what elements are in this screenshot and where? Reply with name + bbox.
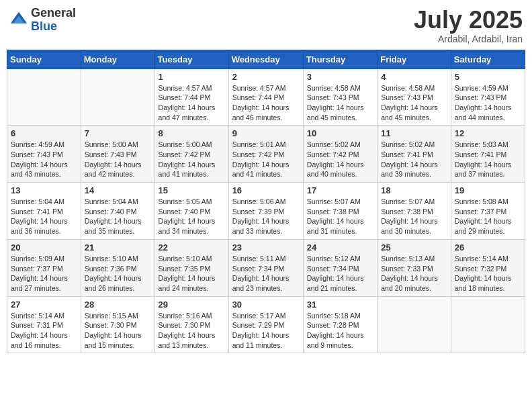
daylight-text: Daylight: 14 hours and 24 minutes. <box>159 274 216 292</box>
table-row: 7 Sunrise: 5:00 AM Sunset: 7:43 PM Dayli… <box>81 126 154 183</box>
sunrise-text: Sunrise: 5:17 AM <box>232 312 286 320</box>
sunset-text: Sunset: 7:39 PM <box>232 208 285 216</box>
day-number: 29 <box>159 300 225 310</box>
sunrise-text: Sunrise: 5:11 AM <box>232 255 286 263</box>
col-sunday: Sunday <box>7 50 81 68</box>
table-row: 13 Sunrise: 5:04 AM Sunset: 7:41 PM Dayl… <box>7 183 81 240</box>
day-number: 13 <box>11 185 77 195</box>
day-number: 26 <box>455 242 521 253</box>
day-info: Sunrise: 5:14 AM Sunset: 7:31 PM Dayligh… <box>11 311 77 351</box>
sunset-text: Sunset: 7:43 PM <box>381 93 433 101</box>
day-number: 16 <box>232 185 300 195</box>
sunset-text: Sunset: 7:38 PM <box>307 208 359 216</box>
sunset-text: Sunset: 7:35 PM <box>159 265 211 273</box>
table-row: 24 Sunrise: 5:12 AM Sunset: 7:34 PM Dayl… <box>303 239 377 296</box>
col-monday: Monday <box>81 50 154 68</box>
sunrise-text: Sunrise: 5:18 AM <box>307 312 361 320</box>
day-info: Sunrise: 5:01 AM Sunset: 7:42 PM Dayligh… <box>232 140 300 179</box>
day-number: 22 <box>159 242 225 253</box>
table-row: 15 Sunrise: 5:05 AM Sunset: 7:40 PM Dayl… <box>154 183 228 240</box>
sunrise-text: Sunrise: 5:03 AM <box>455 140 508 148</box>
day-info: Sunrise: 5:10 AM Sunset: 7:36 PM Dayligh… <box>85 254 151 293</box>
day-info: Sunrise: 5:09 AM Sunset: 7:37 PM Dayligh… <box>11 254 77 293</box>
title-area: July 2025 Ardabil, Ardabil, Iran <box>414 7 523 44</box>
sunset-text: Sunset: 7:30 PM <box>159 321 211 329</box>
day-info: Sunrise: 4:58 AM Sunset: 7:43 PM Dayligh… <box>381 83 447 123</box>
sunrise-text: Sunrise: 5:13 AM <box>381 255 435 263</box>
sunrise-text: Sunrise: 5:07 AM <box>381 197 435 205</box>
sunrise-text: Sunrise: 5:01 AM <box>232 140 286 148</box>
page-header: General Blue July 2025 Ardabil, Ardabil,… <box>7 7 525 44</box>
table-row: 26 Sunrise: 5:14 AM Sunset: 7:32 PM Dayl… <box>451 239 525 296</box>
day-number: 3 <box>307 72 373 82</box>
day-number: 30 <box>232 300 300 310</box>
day-number: 9 <box>232 128 300 138</box>
logo-text: General Blue <box>31 7 76 34</box>
calendar-week-row: 20 Sunrise: 5:09 AM Sunset: 7:37 PM Dayl… <box>7 239 525 296</box>
day-info: Sunrise: 4:57 AM Sunset: 7:44 PM Dayligh… <box>159 83 225 123</box>
sunrise-text: Sunrise: 4:58 AM <box>307 84 361 92</box>
table-row: 18 Sunrise: 5:07 AM Sunset: 7:38 PM Dayl… <box>378 183 451 240</box>
table-row: 6 Sunrise: 4:59 AM Sunset: 7:43 PM Dayli… <box>7 126 81 183</box>
sunrise-text: Sunrise: 5:08 AM <box>455 197 508 205</box>
sunset-text: Sunset: 7:43 PM <box>11 150 63 158</box>
table-row: 31 Sunrise: 5:18 AM Sunset: 7:28 PM Dayl… <box>303 296 377 353</box>
sunset-text: Sunset: 7:28 PM <box>307 321 359 329</box>
location-subtitle: Ardabil, Ardabil, Iran <box>414 34 523 44</box>
sunrise-text: Sunrise: 5:04 AM <box>11 197 64 205</box>
day-number: 7 <box>85 128 151 138</box>
col-wednesday: Wednesday <box>228 50 303 68</box>
daylight-text: Daylight: 14 hours and 44 minutes. <box>455 103 512 122</box>
sunset-text: Sunset: 7:40 PM <box>85 208 137 216</box>
sunrise-text: Sunrise: 5:02 AM <box>307 140 361 148</box>
logo-icon <box>9 11 28 30</box>
sunrise-text: Sunrise: 5:09 AM <box>11 255 64 263</box>
sunset-text: Sunset: 7:42 PM <box>232 150 285 158</box>
table-row: 25 Sunrise: 5:13 AM Sunset: 7:33 PM Dayl… <box>378 239 451 296</box>
sunset-text: Sunset: 7:37 PM <box>455 208 507 216</box>
calendar-week-row: 6 Sunrise: 4:59 AM Sunset: 7:43 PM Dayli… <box>7 126 525 183</box>
day-number: 23 <box>232 242 300 253</box>
day-number: 5 <box>455 72 521 82</box>
sunset-text: Sunset: 7:38 PM <box>381 208 433 216</box>
daylight-text: Daylight: 14 hours and 40 minutes. <box>307 161 364 179</box>
calendar-week-row: 1 Sunrise: 4:57 AM Sunset: 7:44 PM Dayli… <box>7 68 525 126</box>
table-row <box>378 296 451 353</box>
sunset-text: Sunset: 7:40 PM <box>159 208 211 216</box>
daylight-text: Daylight: 14 hours and 36 minutes. <box>11 217 68 235</box>
day-info: Sunrise: 5:14 AM Sunset: 7:32 PM Dayligh… <box>455 254 521 293</box>
day-info: Sunrise: 4:59 AM Sunset: 7:43 PM Dayligh… <box>11 140 77 179</box>
table-row: 20 Sunrise: 5:09 AM Sunset: 7:37 PM Dayl… <box>7 239 81 296</box>
daylight-text: Daylight: 14 hours and 41 minutes. <box>159 161 216 179</box>
day-number: 20 <box>11 242 77 253</box>
sunrise-text: Sunrise: 4:59 AM <box>455 84 508 92</box>
sunrise-text: Sunrise: 5:07 AM <box>307 197 361 205</box>
sunrise-text: Sunrise: 5:05 AM <box>159 197 212 205</box>
day-info: Sunrise: 4:57 AM Sunset: 7:44 PM Dayligh… <box>232 83 300 123</box>
day-info: Sunrise: 5:11 AM Sunset: 7:34 PM Dayligh… <box>232 254 300 293</box>
table-row: 28 Sunrise: 5:15 AM Sunset: 7:30 PM Dayl… <box>81 296 154 353</box>
table-row: 11 Sunrise: 5:02 AM Sunset: 7:41 PM Dayl… <box>378 126 451 183</box>
sunset-text: Sunset: 7:41 PM <box>455 150 507 158</box>
day-number: 21 <box>85 242 151 253</box>
sunset-text: Sunset: 7:44 PM <box>159 93 211 101</box>
day-info: Sunrise: 4:58 AM Sunset: 7:43 PM Dayligh… <box>307 83 373 123</box>
sunrise-text: Sunrise: 5:06 AM <box>232 197 286 205</box>
day-info: Sunrise: 5:07 AM Sunset: 7:38 PM Dayligh… <box>381 197 447 236</box>
daylight-text: Daylight: 14 hours and 27 minutes. <box>11 274 68 292</box>
table-row: 23 Sunrise: 5:11 AM Sunset: 7:34 PM Dayl… <box>228 239 303 296</box>
sunset-text: Sunset: 7:43 PM <box>455 93 507 101</box>
day-info: Sunrise: 5:02 AM Sunset: 7:42 PM Dayligh… <box>307 140 373 179</box>
sunset-text: Sunset: 7:43 PM <box>307 93 359 101</box>
table-row: 14 Sunrise: 5:04 AM Sunset: 7:40 PM Dayl… <box>81 183 154 240</box>
day-number: 8 <box>159 128 225 138</box>
sunset-text: Sunset: 7:34 PM <box>232 265 285 273</box>
sunset-text: Sunset: 7:43 PM <box>85 150 137 158</box>
table-row: 2 Sunrise: 4:57 AM Sunset: 7:44 PM Dayli… <box>228 68 303 126</box>
daylight-text: Daylight: 14 hours and 26 minutes. <box>85 274 142 292</box>
sunset-text: Sunset: 7:34 PM <box>307 265 359 273</box>
table-row: 27 Sunrise: 5:14 AM Sunset: 7:31 PM Dayl… <box>7 296 81 353</box>
day-info: Sunrise: 5:13 AM Sunset: 7:33 PM Dayligh… <box>381 254 447 293</box>
table-row: 17 Sunrise: 5:07 AM Sunset: 7:38 PM Dayl… <box>303 183 377 240</box>
day-info: Sunrise: 5:10 AM Sunset: 7:35 PM Dayligh… <box>159 254 225 293</box>
